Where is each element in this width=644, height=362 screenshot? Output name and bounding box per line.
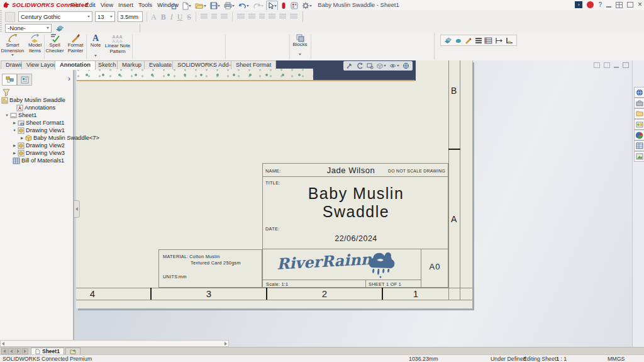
color-display-mode-icon[interactable]: [506, 37, 513, 44]
minimize-button[interactable]: [606, 2, 611, 8]
indent-decrease-icon[interactable]: [269, 14, 275, 20]
sheet1-tab[interactable]: Sheet1: [31, 348, 64, 355]
menu-file[interactable]: File: [68, 0, 82, 10]
expanded-arrow-icon[interactable]: ▼: [4, 113, 10, 117]
doc-restore-button[interactable]: [623, 62, 629, 68]
display-manager-tab[interactable]: [17, 74, 32, 86]
graphics-area[interactable]: B A 4 3 2 1 MATERIAL: Cotton Muslin Text…: [74, 60, 632, 347]
previous-view-icon[interactable]: [357, 62, 364, 69]
tree-row-drawing-view3[interactable]: ▶ Drawing View3: [11, 149, 65, 157]
horizontal-scrollbar[interactable]: [0, 340, 229, 347]
view-orientation-dropdown[interactable]: [377, 63, 386, 69]
text-height-field[interactable]: 3.5mm: [118, 11, 143, 22]
indent-tab-icon[interactable]: [290, 14, 297, 20]
bold-button[interactable]: B: [161, 13, 166, 21]
number-list-icon[interactable]: [248, 14, 255, 20]
tree-row-bom[interactable]: Bill of Materials1: [13, 157, 64, 164]
task-pane-forum-button[interactable]: [634, 151, 644, 162]
zoom-to-area-icon[interactable]: [367, 62, 374, 69]
tab-markup[interactable]: Markup: [117, 60, 147, 69]
close-button[interactable]: ×: [638, 1, 642, 8]
last-sheet-button[interactable]: [22, 348, 28, 354]
hide-show-edges-icon[interactable]: [484, 37, 492, 44]
align-center-icon[interactable]: [211, 14, 217, 20]
layer-toolbar-drag-handle[interactable]: [0, 23, 2, 33]
blocks-button[interactable]: Blocks: [291, 33, 309, 59]
spell-checker-button[interactable]: SpellChecker: [45, 33, 64, 59]
tree-filter-icon[interactable]: [3, 89, 10, 96]
open-button[interactable]: [194, 1, 208, 11]
tree-row-part[interactable]: ▶ Baby Muslin Swaddle<7>: [19, 134, 99, 142]
model-items-button[interactable]: ModelItems: [25, 33, 45, 59]
help-icon[interactable]: ?: [598, 1, 602, 8]
task-pane-design-library-button[interactable]: [634, 119, 644, 130]
format-painter-button[interactable]: FormatPainter: [65, 33, 86, 59]
status-units-selector[interactable]: MMGS: [608, 356, 625, 362]
next-sheet-button[interactable]: [15, 348, 21, 354]
menu-edit[interactable]: Edit: [82, 0, 97, 10]
redo-button[interactable]: [252, 1, 265, 11]
prev-sheet-button[interactable]: [8, 348, 14, 354]
task-pane-custom-properties-button[interactable]: [634, 140, 644, 151]
tree-row-drawing-view1[interactable]: ▼ Drawing View1: [11, 127, 65, 134]
view-settings-icon[interactable]: [402, 62, 409, 69]
line-style-icon[interactable]: [475, 37, 482, 44]
hide-show-items-dropdown[interactable]: [389, 63, 399, 69]
tree-row-root[interactable]: Baby Muslin Swaddle: [1, 96, 65, 104]
doc-new-window-icon[interactable]: [594, 62, 600, 68]
collapsed-arrow-icon[interactable]: ▶: [11, 151, 18, 155]
collapsed-arrow-icon[interactable]: ▶: [11, 121, 18, 125]
task-pane-3dexperience-button[interactable]: [634, 87, 644, 98]
line-color-icon[interactable]: [455, 37, 462, 44]
zoom-to-fit-icon[interactable]: [347, 62, 353, 69]
toolbar-drag-handle[interactable]: [0, 10, 2, 23]
drawing-sheet[interactable]: B A 4 3 2 1 MATERIAL: Cotton Muslin Text…: [76, 60, 473, 308]
font-name-combo[interactable]: Century Gothic: [18, 11, 92, 22]
tree-row-drawing-view2[interactable]: ▶ Drawing View2: [11, 142, 65, 149]
collapsed-arrow-icon[interactable]: ▶: [11, 144, 18, 147]
tree-row-annotations[interactable]: Annotations: [16, 104, 55, 111]
align-right-icon[interactable]: [221, 14, 228, 20]
user-avatar[interactable]: [587, 1, 594, 8]
task-pane-toolbox-button[interactable]: [634, 98, 644, 108]
home-button[interactable]: [169, 1, 179, 11]
layer-combo[interactable]: -None-: [5, 24, 52, 33]
strikethrough-button[interactable]: S: [187, 13, 191, 21]
select-tool-button[interactable]: [266, 1, 278, 11]
align-left-icon[interactable]: [201, 14, 208, 20]
layer-properties-icon[interactable]: [444, 37, 452, 44]
linear-note-pattern-button[interactable]: AAA AAA Linear NotePattern: [104, 33, 131, 59]
save-button[interactable]: [209, 1, 221, 11]
menu-tools[interactable]: Tools: [136, 0, 155, 10]
show-hidden-edges-icon[interactable]: [495, 37, 503, 44]
undo-button[interactable]: [237, 1, 250, 11]
restore-button[interactable]: [627, 2, 633, 8]
font-color-button[interactable]: A: [151, 13, 157, 21]
menu-insert[interactable]: Insert: [116, 0, 136, 10]
expanded-arrow-icon[interactable]: ▼: [11, 128, 18, 132]
panel-flyout-arrow[interactable]: ›: [68, 74, 70, 83]
doc-minimize-button[interactable]: [614, 62, 619, 68]
3dexperience-search-icon[interactable]: ›: [575, 1, 582, 8]
justify-icon[interactable]: [237, 14, 245, 20]
first-sheet-button[interactable]: [1, 348, 8, 354]
font-size-combo[interactable]: 13: [95, 11, 115, 22]
feature-tree-tab[interactable]: [2, 74, 17, 86]
indent-increase-icon[interactable]: [279, 14, 286, 20]
scroll-right-arrow[interactable]: [225, 342, 227, 346]
status-scale-selector[interactable]: 1 : 1: [556, 356, 567, 362]
task-pane-appearances-button[interactable]: [634, 130, 644, 140]
smart-dimension-button[interactable]: SmartDimension: [1, 33, 24, 59]
line-thickness-icon[interactable]: [465, 37, 472, 44]
panel-collapse-handle[interactable]: [74, 200, 80, 218]
scroll-left-arrow[interactable]: [2, 342, 4, 346]
tree-row-sheet1[interactable]: ▼ Sheet1: [4, 111, 36, 119]
task-pane-file-explorer-button[interactable]: [634, 108, 644, 119]
tab-annotation[interactable]: Annotation: [55, 60, 96, 70]
bullet-list-icon[interactable]: [259, 14, 265, 20]
italic-button[interactable]: I: [170, 13, 173, 21]
doc-tab-icon[interactable]: [604, 62, 610, 68]
underline-button[interactable]: U: [177, 13, 183, 21]
layer-properties-icon[interactable]: [55, 25, 64, 31]
layout-button[interactable]: [616, 2, 623, 8]
